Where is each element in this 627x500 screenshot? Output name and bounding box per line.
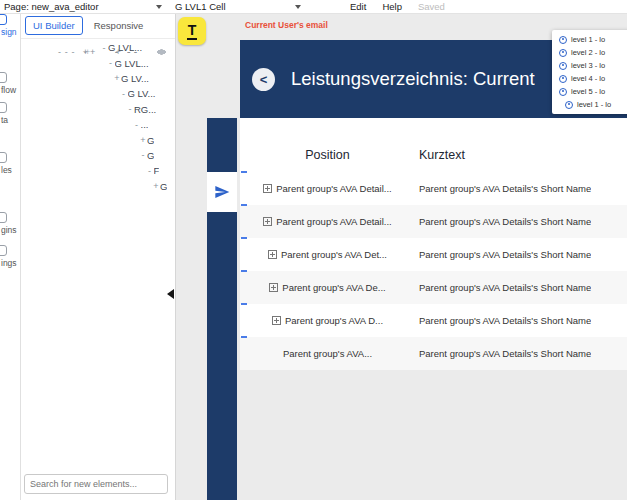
rail-icon (0, 245, 7, 256)
tree-item[interactable]: + G (20, 132, 175, 147)
rail-icon (0, 212, 7, 223)
table-row[interactable]: Parent group's AVA... Parent group's AVA… (240, 337, 627, 370)
tree-toggle-icon[interactable]: - (126, 104, 134, 114)
tab-ui-builder[interactable]: UI Builder (25, 16, 83, 35)
rail-icon (0, 152, 7, 163)
overlap-warning-label: Current User's email (245, 20, 328, 30)
dropdown-item[interactable]: level 2 - lo (552, 46, 627, 59)
table-row[interactable]: Parent group's AVA Det... Parent group's… (240, 238, 627, 271)
table-header-row: Position Kurztext (240, 118, 627, 172)
rail-item-label: les (0, 165, 12, 175)
panel-tabs: UI Builder Responsive (20, 13, 175, 39)
design-canvas: T Current User's email < Leistungsverzei… (176, 13, 627, 500)
paper-plane-icon (214, 184, 230, 200)
tree-toggle-icon[interactable]: - (133, 120, 141, 130)
tree-item[interactable]: - ... (20, 117, 175, 132)
tree-item[interactable]: - G LVL... (20, 40, 175, 55)
dropdown-item[interactable]: level 1 - lo (552, 98, 627, 111)
table-row[interactable]: Parent group's AVA D... Parent group's A… (240, 304, 627, 337)
rail-item[interactable]: ings (0, 258, 20, 268)
preview-table: Position Kurztext Parent group's AVA Det… (240, 118, 627, 370)
dropdown-item-label: level 3 - lo (571, 61, 605, 70)
rail-item[interactable]: ta (0, 115, 20, 125)
target-icon (559, 49, 567, 57)
topbar-menu: Edit Help Saved (350, 1, 445, 12)
tree-item[interactable]: + G (20, 179, 175, 194)
menu-help[interactable]: Help (382, 1, 402, 12)
kurztext-value: Parent group's AVA Details's Short Name (415, 348, 591, 359)
tree-item-label: RG... (134, 104, 156, 115)
element-search (24, 473, 168, 494)
tree-toggle-icon[interactable]: - (100, 43, 108, 53)
dropdown-item[interactable]: level 5 - lo (552, 85, 627, 98)
rail-item[interactable]: flow (0, 85, 20, 95)
table-row[interactable]: Parent group's AVA Detail... Parent grou… (240, 172, 627, 205)
tree-toggle-icon[interactable]: + (113, 73, 121, 83)
left-rail: sign flow ta les gins (0, 13, 21, 500)
page-title: Leistungsverzeichnis: Current (291, 68, 535, 90)
rail-item-label: ta (0, 115, 8, 125)
tab-responsive[interactable]: Responsive (90, 17, 148, 34)
position-cell: Parent group's AVA Det... (240, 249, 415, 260)
column-header-position: Position (240, 148, 415, 162)
rail-item-label: ings (0, 258, 17, 268)
menu-edit[interactable]: Edit (350, 1, 366, 12)
position-value: Parent group's AVA Detail... (276, 183, 392, 194)
back-button[interactable]: < (252, 68, 275, 91)
tree-toggle-icon[interactable]: - (107, 58, 115, 68)
position-value: Parent group's AVA Det... (281, 249, 387, 260)
search-input[interactable] (24, 474, 168, 494)
tree-item[interactable]: + G LV... (20, 71, 175, 86)
tree-toggle-icon[interactable]: - (139, 150, 147, 160)
panel-collapse-icon[interactable] (167, 289, 174, 299)
tree-toggle-icon[interactable]: - (146, 166, 154, 176)
bubble-editor: Page: new_ava_editor G LVL1 Cell Edit He… (0, 0, 627, 500)
target-icon (559, 75, 567, 83)
dropdown-item-label: level 1 - lo (571, 35, 605, 44)
element-selector[interactable]: G LVL1 Cell (168, 1, 308, 12)
tree-item[interactable]: - G LVL... (20, 55, 175, 70)
dropdown-item-label: level 1 - lo (577, 100, 611, 109)
table-body: Parent group's AVA Detail... Parent grou… (240, 172, 627, 370)
tree-toggle-icon[interactable]: + (139, 135, 147, 145)
rail-icon (0, 102, 7, 113)
table-row[interactable]: Parent group's AVA De... Parent group's … (240, 271, 627, 304)
kurztext-value: Parent group's AVA Details's Short Name (415, 282, 591, 293)
target-icon (559, 88, 567, 96)
tree-toggle-icon[interactable]: - (120, 89, 128, 99)
tree-item-label: G (147, 135, 154, 146)
dropdown-item[interactable]: level 3 - lo (552, 59, 627, 72)
tree-item[interactable]: - G LV... (20, 86, 175, 101)
table-row[interactable]: Parent group's AVA Detail... Parent grou… (240, 205, 627, 238)
expand-icon[interactable] (263, 184, 272, 193)
save-status: Saved (418, 1, 445, 12)
tree-item-label: G LVL... (115, 58, 149, 69)
kurztext-value: Parent group's AVA Details's Short Name (415, 183, 591, 194)
tree-item-label: G (147, 150, 154, 161)
dropdown-item[interactable]: level 1 - lo (552, 33, 627, 46)
dropdown-item[interactable]: level 4 - lo (552, 72, 627, 85)
tree-item[interactable]: - F (20, 163, 175, 178)
target-icon (559, 62, 567, 70)
target-icon (565, 101, 573, 109)
expand-icon[interactable] (263, 217, 272, 226)
rail-item-label: flow (0, 85, 16, 95)
dropdown-item-label: level 5 - lo (571, 87, 605, 96)
kurztext-value: Parent group's AVA Details's Short Name (415, 315, 591, 326)
rail-item[interactable]: les (0, 165, 20, 175)
rail-item[interactable]: gins (0, 225, 20, 235)
expand-icon[interactable] (269, 283, 278, 292)
text-element-badge[interactable]: T (178, 17, 206, 45)
expand-icon[interactable] (268, 250, 277, 259)
dropdown-item-label: level 4 - lo (571, 74, 605, 83)
rail-item[interactable]: sign (0, 27, 20, 37)
tree-item-label: G LV... (128, 88, 156, 99)
tree-item[interactable]: - RG... (20, 102, 175, 117)
position-value: Parent group's AVA Detail... (276, 216, 392, 227)
tree-toggle-icon[interactable]: + (152, 181, 160, 191)
page-selector[interactable]: Page: new_ava_editor (0, 1, 168, 12)
tree-item[interactable]: - G (20, 148, 175, 163)
kurztext-value: Parent group's AVA Details's Short Name (415, 216, 591, 227)
expand-icon[interactable] (272, 316, 281, 325)
send-button[interactable] (207, 172, 237, 212)
